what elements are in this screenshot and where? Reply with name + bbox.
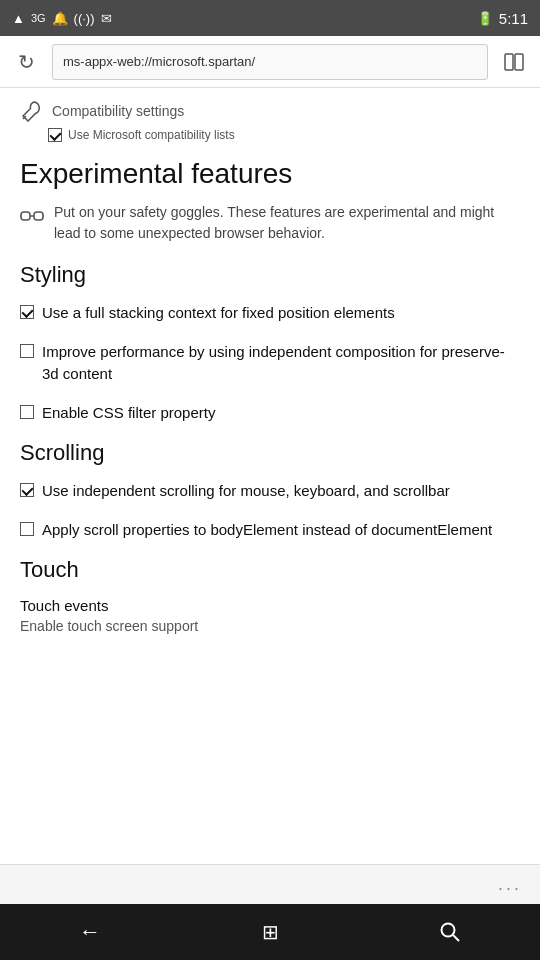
styling-label-1: Improve performance by using independent… (42, 341, 520, 386)
touch-events-label: Touch events (20, 597, 520, 614)
reload-button[interactable]: ↻ (10, 46, 42, 78)
touch-events-block: Touch events Enable touch screen support (20, 597, 520, 634)
touch-heading: Touch (20, 557, 520, 583)
svg-rect-1 (515, 54, 523, 70)
notification-icon: 🔔 (52, 11, 68, 26)
scrolling-label-0: Use independent scrolling for mouse, key… (42, 480, 450, 503)
home-button[interactable]: ⊞ (245, 907, 295, 957)
battery-icon: 🔋 (477, 11, 493, 26)
status-time: 5:11 (499, 10, 528, 27)
signal-icon: ▲ (12, 11, 25, 26)
experimental-description: Put on your safety goggles. These featur… (20, 202, 520, 244)
svg-rect-3 (21, 212, 30, 220)
goggles-icon (20, 204, 44, 236)
more-options-dots[interactable]: ... (498, 874, 522, 895)
styling-label-2: Enable CSS filter property (42, 402, 215, 425)
search-button[interactable] (425, 907, 475, 957)
svg-rect-4 (34, 212, 43, 220)
compat-checkbox-row: Use Microsoft compatibility lists (48, 128, 520, 142)
back-button[interactable]: ← (65, 907, 115, 957)
search-icon (439, 921, 461, 943)
touch-events-desc: Enable touch screen support (20, 618, 520, 634)
svg-point-8 (442, 924, 455, 937)
nav-bar: ← ⊞ (0, 904, 540, 960)
compat-icon (20, 100, 42, 122)
svg-line-9 (453, 935, 459, 941)
styling-checkbox-0[interactable] (20, 305, 34, 319)
compat-row: Compatibility settings (20, 100, 520, 122)
status-left: ▲ 3G 🔔 ((·)) ✉ (12, 11, 112, 26)
compat-title: Compatibility settings (52, 103, 184, 119)
scrolling-label-1: Apply scroll properties to bodyElement i… (42, 519, 492, 542)
reading-view-icon (503, 51, 525, 73)
styling-heading: Styling (20, 262, 520, 288)
styling-label-0: Use a full stacking context for fixed po… (42, 302, 395, 325)
styling-item-1: Improve performance by using independent… (20, 341, 520, 386)
scrolling-checkbox-0[interactable] (20, 483, 34, 497)
wrench-icon (20, 100, 42, 122)
styling-checkbox-1[interactable] (20, 344, 34, 358)
status-right: 🔋 5:11 (477, 10, 528, 27)
styling-checkbox-2[interactable] (20, 405, 34, 419)
scrolling-item-1: Apply scroll properties to bodyElement i… (20, 519, 520, 542)
address-bar: ↻ ms-appx-web://microsoft.spartan/ (0, 36, 540, 88)
main-content: Compatibility settings Use Microsoft com… (0, 88, 540, 864)
experimental-icon (20, 204, 44, 228)
url-bar[interactable]: ms-appx-web://microsoft.spartan/ (52, 44, 488, 80)
scrolling-checkbox-1[interactable] (20, 522, 34, 536)
status-bar: ▲ 3G 🔔 ((·)) ✉ 🔋 5:11 (0, 0, 540, 36)
svg-rect-0 (505, 54, 513, 70)
styling-item-0: Use a full stacking context for fixed po… (20, 302, 520, 325)
wifi-icon: ((·)) (74, 11, 95, 26)
compat-checkbox-label: Use Microsoft compatibility lists (68, 128, 235, 142)
styling-item-2: Enable CSS filter property (20, 402, 520, 425)
scrolling-item-0: Use independent scrolling for mouse, key… (20, 480, 520, 503)
experimental-desc-text: Put on your safety goggles. These featur… (54, 202, 520, 244)
reading-view-button[interactable] (498, 46, 530, 78)
home-icon: ⊞ (262, 920, 279, 944)
back-icon: ← (79, 919, 101, 945)
experimental-heading: Experimental features (20, 158, 520, 190)
data-icon: 3G (31, 12, 46, 24)
compat-checkbox[interactable] (48, 128, 62, 142)
url-text: ms-appx-web://microsoft.spartan/ (63, 54, 255, 69)
message-icon: ✉ (101, 11, 112, 26)
scrolling-heading: Scrolling (20, 440, 520, 466)
bottom-dots-bar: ... (0, 864, 540, 904)
